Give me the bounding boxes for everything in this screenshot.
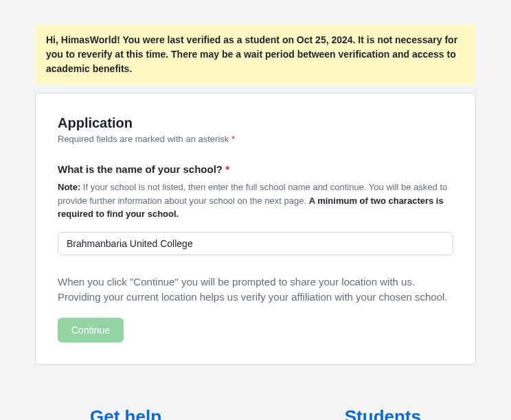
footer-get-help[interactable]: Get help bbox=[90, 406, 161, 421]
verification-banner: Hi, HimasWorld! You were last verified a… bbox=[35, 25, 476, 84]
school-name-help: Note: If your school is not listed, then… bbox=[58, 180, 453, 221]
location-note: When you click "Continue" you will be pr… bbox=[58, 275, 453, 305]
footer-students[interactable]: Students bbox=[345, 406, 421, 421]
application-card: Application Required fields are marked w… bbox=[35, 93, 476, 365]
card-title: Application bbox=[58, 115, 453, 131]
school-name-label: What is the name of your school? * bbox=[58, 163, 453, 175]
banner-text: Hi, HimasWorld! You were last verified a… bbox=[46, 34, 457, 74]
footer: Get help Students bbox=[35, 406, 476, 421]
school-name-input[interactable] bbox=[58, 232, 453, 255]
continue-button[interactable]: Continue bbox=[58, 318, 124, 342]
required-fields-note: Required fields are marked with an aster… bbox=[58, 134, 453, 144]
